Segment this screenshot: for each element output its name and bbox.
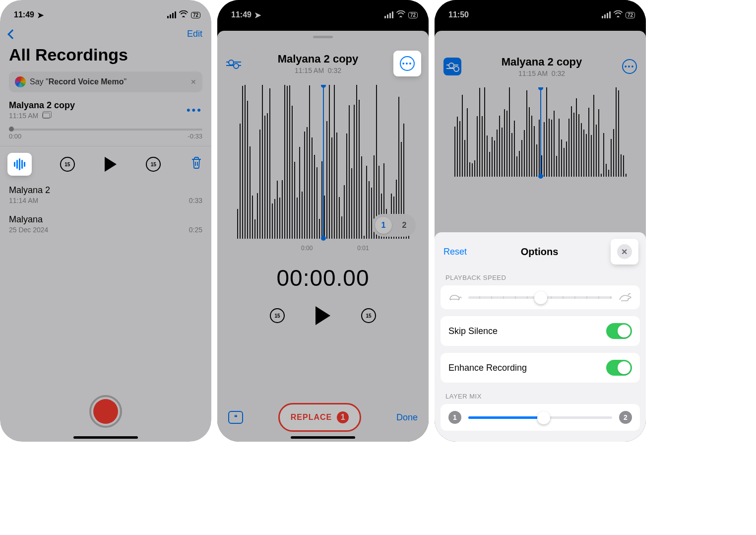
skip-forward-15-button[interactable]: 15 (146, 157, 161, 172)
status-bar: 11:50 72 (435, 0, 646, 25)
status-time: 11:49 (231, 10, 252, 19)
skip-silence-toggle[interactable] (606, 323, 632, 339)
layer-mix-label: Layer Mix (435, 390, 646, 404)
close-icon[interactable]: ✕ (190, 78, 196, 86)
recording-title: Malyana (9, 214, 202, 225)
recording-title: Malyana 2 copy (9, 100, 75, 111)
layer-2-pill[interactable]: 2 (396, 217, 413, 234)
wifi-icon (396, 10, 405, 19)
recording-item[interactable]: Malyana 2 11:14 AM 0:33 (0, 180, 211, 209)
siri-icon (15, 76, 26, 87)
options-button[interactable] (226, 56, 241, 71)
play-button[interactable] (315, 306, 330, 325)
transcript-button[interactable]: ❝ (228, 411, 243, 424)
edit-meta-time: 11:15 AM (295, 67, 324, 74)
wifi-icon (179, 10, 188, 19)
edit-title: Malyana 2 copy (502, 56, 582, 68)
enhance-recording-row[interactable]: Enhance Recording (441, 353, 640, 383)
replace-button[interactable]: REPLACE 1 (278, 403, 361, 432)
layers-icon (42, 113, 50, 119)
skip-back-15-button[interactable]: 15 (270, 308, 285, 323)
layer-mix-slider[interactable] (468, 416, 612, 419)
more-button[interactable]: ••• (622, 59, 637, 74)
siri-text: Say "Record Voice Memo" (30, 77, 126, 86)
close-button-highlight[interactable]: ✕ (612, 240, 637, 263)
page-title: All Recordings (0, 43, 211, 68)
phone-2: 11:49 ➤ 72 Malyana 2 copy 11:15 AM 0:32 … (217, 0, 429, 442)
ellipsis-icon: ••• (400, 56, 415, 71)
status-time: 11:50 (448, 10, 469, 19)
cell-signal-icon (384, 11, 393, 18)
replace-layer-badge: 1 (337, 411, 349, 423)
more-button-highlight[interactable]: ••• (395, 52, 420, 75)
phone-3: 11:50 72 Malyana 2 copy 11:15 AM 0:32 ••… (435, 0, 646, 442)
reset-button[interactable]: Reset (443, 247, 467, 257)
cell-signal-icon (167, 11, 176, 18)
edit-meta-duration: 0:32 (328, 67, 341, 74)
home-indicator[interactable] (291, 436, 355, 439)
phone-1: 11:49 ➤ 72 Edit All Recordings Say "Reco… (0, 0, 211, 442)
recording-duration: 0:33 (189, 197, 202, 204)
cell-signal-icon (602, 11, 611, 18)
close-icon: ✕ (617, 244, 632, 259)
status-time: 11:49 (14, 10, 34, 19)
layer-mix-right-badge: 2 (619, 411, 632, 424)
battery-icon: 72 (626, 12, 635, 18)
enhance-recording-label: Enhance Recording (448, 363, 527, 373)
edit-link[interactable]: Edit (187, 29, 202, 39)
record-button[interactable] (89, 395, 122, 428)
recording-subtitle: 11:14 AM (9, 197, 38, 204)
delete-button[interactable] (190, 156, 202, 172)
location-icon: ➤ (37, 10, 44, 20)
playback-speed-label: Playback Speed (435, 271, 646, 285)
location-icon: ➤ (254, 10, 261, 20)
home-indicator[interactable] (73, 436, 138, 439)
sheet-grabber[interactable] (313, 36, 333, 38)
scrub-remaining: -0:33 (188, 133, 202, 140)
recording-item-selected[interactable]: Malyana 2 copy 11:15 AM ••• 0:00 -0:33 (0, 95, 211, 146)
layer-1-pill[interactable]: 1 (375, 217, 392, 234)
battery-icon: 72 (408, 12, 418, 18)
options-title: Options (521, 246, 559, 258)
done-button[interactable]: Done (396, 412, 418, 423)
play-button[interactable] (105, 157, 117, 172)
recording-item[interactable]: Malyana 25 Dec 2024 0:25 (0, 209, 211, 239)
skip-silence-label: Skip Silence (448, 326, 498, 336)
recording-duration: 0:25 (189, 226, 202, 234)
recording-subtitle: 25 Dec 2024 (9, 226, 48, 234)
status-bar: 11:49 ➤ 72 (217, 0, 429, 25)
waveform-icon (14, 158, 25, 170)
scrub-position: 0:00 (9, 133, 21, 140)
battery-icon: 72 (191, 12, 200, 18)
options-button-active[interactable] (443, 58, 461, 75)
skip-forward-15-button[interactable]: 15 (361, 308, 376, 323)
enhance-recording-toggle[interactable] (606, 360, 632, 376)
playhead[interactable] (323, 85, 324, 239)
edit-meta-time: 11:15 AM (518, 69, 548, 77)
edit-meta-duration: 0:32 (552, 69, 565, 77)
turtle-icon (447, 292, 462, 302)
waveform[interactable]: 0:00 0:01 1 2 (222, 85, 424, 254)
edit-title: Malyana 2 copy (278, 53, 359, 66)
timecode: 00:00.00 (217, 265, 429, 291)
more-button[interactable]: ••• (187, 104, 202, 117)
skip-back-15-button[interactable]: 15 (60, 157, 75, 172)
skip-silence-row[interactable]: Skip Silence (441, 316, 640, 346)
options-sheet: Reset Options ✕ Playback Speed Skip Sile… (435, 232, 646, 442)
edit-sheet: Malyana 2 copy 11:15 AM 0:32 ••• 0:00 0:… (217, 31, 429, 442)
scrubber[interactable] (9, 129, 202, 131)
layer-mix-left-badge: 1 (448, 411, 461, 424)
status-bar: 11:49 ➤ 72 (0, 0, 211, 25)
playback-speed-slider[interactable] (468, 296, 612, 299)
playhead[interactable] (540, 87, 541, 177)
waveform-time-1: 0:01 (357, 245, 369, 252)
layer-selector[interactable]: 1 2 (372, 214, 416, 237)
wifi-icon (614, 10, 623, 19)
siri-suggestion[interactable]: Say "Record Voice Memo" ✕ (9, 71, 202, 92)
waveform[interactable] (440, 87, 641, 192)
hare-icon (618, 292, 633, 302)
edit-waveform-button[interactable] (9, 154, 30, 174)
recording-title: Malyana 2 (9, 185, 202, 196)
waveform-time-0: 0:00 (301, 245, 313, 252)
back-button[interactable] (7, 29, 17, 39)
